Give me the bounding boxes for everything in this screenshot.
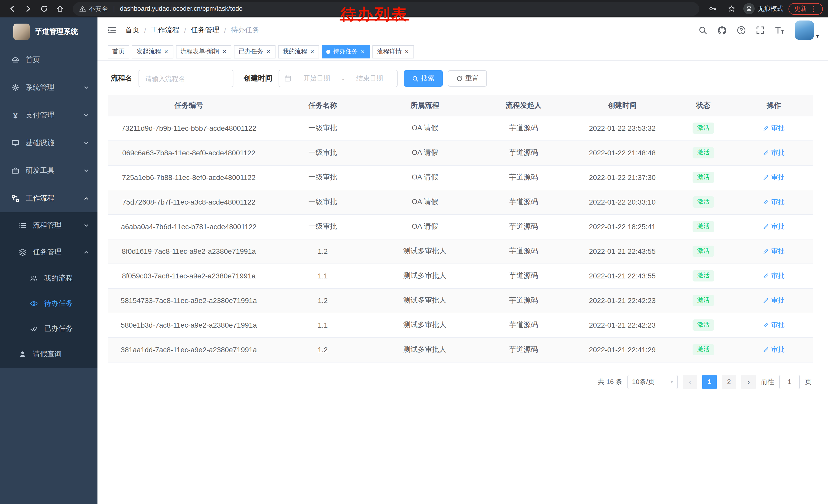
cell-created: 2022-01-21 22:43:55 [573, 264, 672, 288]
tab-label: 发起流程 [136, 47, 161, 56]
page-button-2[interactable]: 2 [722, 374, 736, 389]
approve-label: 审批 [771, 271, 785, 280]
cell-process: 测试多审批人 [376, 313, 474, 337]
prev-page-button[interactable]: ‹ [683, 374, 697, 389]
breadcrumb-task-management[interactable]: 任务管理 [191, 26, 219, 35]
approve-link[interactable]: 审批 [763, 320, 785, 330]
tab-process-detail[interactable]: 流程详情 × [372, 45, 414, 58]
sidebar-item-done-tasks[interactable]: 已办任务 [0, 316, 97, 341]
approve-link[interactable]: 审批 [763, 345, 785, 354]
cell-created: 2022-01-21 22:41:29 [573, 337, 672, 362]
tab-done-tasks[interactable]: 已办任务 × [234, 45, 275, 58]
breadcrumb-home[interactable]: 首页 [125, 26, 139, 35]
forward-button[interactable] [21, 2, 35, 16]
workflow-submenu: 流程管理 任务管理 [0, 212, 97, 368]
home-button[interactable] [53, 2, 67, 16]
approve-link[interactable]: 审批 [763, 296, 785, 305]
page-button-1[interactable]: 1 [702, 374, 717, 389]
browser-menu-icon[interactable]: ⋮ [810, 5, 817, 13]
cell-task-name: 一级审批 [270, 140, 376, 165]
page-size-select[interactable]: 10条/页 ▾ [627, 374, 678, 389]
tab-home[interactable]: 首页 [108, 45, 129, 58]
approve-link[interactable]: 审批 [763, 271, 785, 280]
font-size-icon[interactable] [775, 26, 785, 35]
search-icon [412, 75, 419, 82]
back-button[interactable] [5, 2, 19, 16]
reload-button[interactable] [37, 2, 51, 16]
cell-task-id: 8f0d1619-7ac8-11ec-a9e2-a2380e71991a [108, 239, 270, 264]
sidebar-item-label: 系统管理 [26, 83, 54, 92]
chevron-up-icon [83, 249, 89, 255]
sidebar-item-leave-query[interactable]: 请假查询 [0, 341, 97, 368]
github-icon[interactable] [717, 26, 727, 35]
tab-todo-tasks[interactable]: 待办任务 × [322, 45, 370, 58]
column-status: 状态 [671, 95, 735, 116]
close-icon[interactable]: × [310, 48, 315, 55]
approve-link[interactable]: 审批 [763, 222, 785, 231]
approve-link[interactable]: 审批 [763, 173, 785, 182]
edit-icon [763, 199, 769, 205]
sidebar-item-my-processes[interactable]: 我的流程 [0, 266, 97, 291]
help-icon[interactable] [737, 26, 746, 35]
sidebar-item-todo-tasks[interactable]: 待办任务 [0, 291, 97, 316]
avatar[interactable] [795, 20, 814, 40]
start-date-placeholder[interactable]: 开始日期 [294, 74, 339, 83]
search-button[interactable]: 搜索 [404, 70, 443, 87]
search-button-label: 搜索 [421, 74, 434, 83]
security-indicator[interactable]: 不安全 [79, 4, 108, 13]
sidebar-item-payment[interactable]: ¥ 支付管理 [0, 101, 97, 129]
approve-link[interactable]: 审批 [763, 124, 785, 133]
sidebar-item-home[interactable]: 首页 [0, 46, 97, 74]
tab-start-process[interactable]: 发起流程 × [132, 45, 173, 58]
refresh-icon [456, 75, 463, 82]
close-icon[interactable]: × [404, 48, 409, 55]
breadcrumb-workflow[interactable]: 工作流程 [151, 26, 179, 35]
sidebar-item-workflow[interactable]: 工作流程 [0, 185, 97, 212]
tab-process-form-edit[interactable]: 流程表单-编辑 × [176, 45, 232, 58]
close-icon[interactable]: × [222, 48, 227, 55]
close-icon[interactable]: × [266, 48, 271, 55]
approve-link[interactable]: 审批 [763, 246, 785, 256]
date-range-picker[interactable]: 开始日期 - 结束日期 [279, 70, 398, 87]
incognito-icon [743, 3, 755, 14]
edit-icon [763, 273, 769, 279]
status-badge: 激活 [693, 295, 714, 306]
hamburger-icon[interactable] [107, 25, 117, 35]
pagination: 共 16 条 10条/页 ▾ ‹ 1 2 › 前往 页 [108, 374, 812, 389]
approve-link[interactable]: 审批 [763, 148, 785, 157]
filter-bar: 流程名 创建时间 开始日期 - 结束日期 搜索 重 [111, 70, 813, 87]
next-page-button[interactable]: › [741, 374, 756, 389]
sidebar-item-process-management[interactable]: 流程管理 [0, 212, 97, 239]
goto-page-input[interactable] [779, 374, 800, 389]
app-title: 芋道管理系统 [35, 27, 78, 36]
sidebar-item-devtools[interactable]: 研发工具 [0, 157, 97, 185]
search-icon[interactable] [698, 26, 707, 35]
end-date-placeholder[interactable]: 结束日期 [347, 74, 392, 83]
cell-task-id: 58154733-7ac8-11ec-a9e2-a2380e71991a [108, 288, 270, 313]
app-logo[interactable]: 芋道管理系统 [0, 17, 97, 46]
cell-status: 激活 [671, 337, 735, 362]
cell-action: 审批 [735, 116, 813, 140]
cell-process: OA 请假 [376, 165, 474, 190]
approve-link[interactable]: 审批 [763, 197, 785, 207]
password-key-button[interactable] [705, 2, 719, 16]
cell-initiator: 芋道源码 [474, 190, 573, 214]
page-unit-label: 页 [805, 377, 812, 386]
sidebar-item-infrastructure[interactable]: 基础设施 [0, 129, 97, 157]
sidebar-item-task-management[interactable]: 任务管理 [0, 239, 97, 266]
tab-my-processes[interactable]: 我的流程 × [278, 45, 319, 58]
done-check-icon [30, 324, 38, 332]
goto-label: 前往 [761, 377, 774, 386]
caret-down-icon: ▾ [816, 33, 819, 40]
sidebar-item-system[interactable]: 系统管理 [0, 74, 97, 101]
fullscreen-icon[interactable] [756, 26, 765, 35]
close-icon[interactable]: × [164, 48, 169, 55]
process-name-input[interactable] [138, 70, 234, 87]
close-icon[interactable]: × [360, 48, 365, 55]
approve-label: 审批 [771, 246, 785, 256]
reset-button[interactable]: 重置 [448, 70, 487, 87]
user-menu[interactable]: ▾ [795, 20, 819, 40]
bookmark-star-button[interactable] [724, 2, 738, 16]
incognito-label: 无痕模式 [758, 4, 783, 13]
browser-update-button[interactable]: 更新 ⋮ [788, 3, 823, 15]
